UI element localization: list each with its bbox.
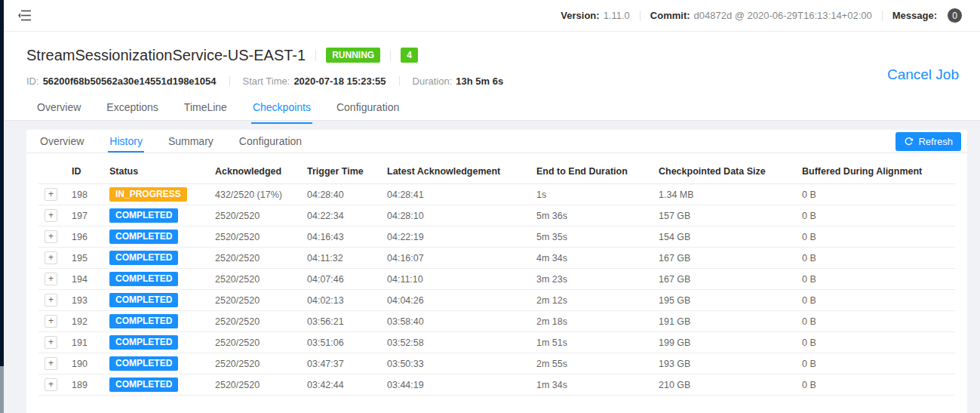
checkpoints-tabs: Overview History Summary Configuration R… [26,130,967,153]
divider [399,76,400,86]
tab-exceptions[interactable]: Exceptions [105,92,159,124]
cell-buffered-during-alignment: 0 B [796,290,955,311]
cell-buffered-during-alignment: 0 B [796,269,955,290]
job-info-row: ID: 56200f68b50562a30e14551d198e1054 Sta… [26,74,957,88]
version-label: Version: [561,10,599,21]
expand-row-button[interactable]: + [45,336,57,349]
table-row: + 192 COMPLETED 2520/2520 03:56:21 03:58… [38,311,955,332]
tab-configuration[interactable]: Configuration [335,92,401,124]
cell-checkpointed-data-size: 193 GB [653,353,796,374]
cell-latest-acknowledgement: 04:11:10 [381,269,530,290]
col-trigger-time: Trigger Time [301,159,381,184]
cell-latest-acknowledgement: 04:16:07 [381,248,530,269]
job-header-panel: StreamSessionizationService-US-EAST-1 RU… [4,32,980,121]
col-expand [38,159,66,184]
subtab-summary[interactable]: Summary [167,130,215,153]
cell-trigger-time: 03:42:44 [301,374,381,396]
tab-timeline[interactable]: TimeLine [183,92,229,124]
message-count-badge[interactable]: 0 [948,8,962,23]
cell-buffered-during-alignment: 0 B [796,227,955,248]
status-badge: COMPLETED [109,356,178,371]
col-checkpointed-data-size: Checkpointed Data Size [653,159,796,184]
cell-end-to-end-duration: 1m 34s [530,374,653,396]
expand-row-button[interactable]: + [45,209,57,222]
cell-acknowledged: 2520/2520 [209,290,301,311]
cell-id: 191 [66,332,103,353]
status-badge: IN_PROGRESS [109,187,187,202]
checkpoint-rows: + 198 IN_PROGRESS 432/2520 (17%) 04:28:4… [38,184,955,396]
cell-acknowledged: 2520/2520 [209,227,301,248]
checkpoints-card: Overview History Summary Configuration R… [26,130,967,413]
expand-row-button[interactable]: + [45,315,57,328]
expand-row-button[interactable]: + [45,294,57,307]
expand-row-button[interactable]: + [45,230,57,243]
cell-acknowledged: 2520/2520 [209,269,301,290]
cell-end-to-end-duration: 5m 35s [530,227,653,248]
content-area: Overview History Summary Configuration R… [4,121,980,413]
cell-id: 189 [66,374,103,396]
cell-latest-acknowledgement: 03:58:40 [381,311,530,332]
cell-buffered-during-alignment: 0 B [796,353,955,374]
divider [640,11,641,21]
cell-end-to-end-duration: 5m 36s [530,205,653,227]
build-info: Version: 1.11.0 Commit: d04872d @ 2020-0… [561,8,962,23]
cell-checkpointed-data-size: 167 GB [653,248,796,269]
cell-trigger-time: 04:22:34 [301,205,381,227]
status-badge: COMPLETED [109,314,178,328]
sidebar-scroll-thumb [0,366,4,413]
status-badge: COMPLETED [109,208,178,223]
duration-label: Duration: [413,76,453,87]
version-value: 1.11.0 [604,10,630,21]
checkpoint-history-table: ID Status Acknowledged Trigger Time Late… [38,159,955,396]
cell-latest-acknowledgement: 03:44:19 [381,374,530,396]
cell-buffered-during-alignment: 0 B [796,205,955,227]
cell-trigger-time: 04:16:43 [301,227,381,248]
main-area: Version: 1.11.0 Commit: d04872d @ 2020-0… [4,0,980,413]
cell-trigger-time: 03:56:21 [301,311,381,332]
message-label: Message: [892,10,937,21]
expand-row-button[interactable]: + [45,251,57,264]
table-row: + 198 IN_PROGRESS 432/2520 (17%) 04:28:4… [38,184,955,205]
expand-row-button[interactable]: + [45,188,57,201]
refresh-button[interactable]: Refresh [896,132,961,151]
cell-trigger-time: 04:07:46 [301,269,381,290]
cell-buffered-during-alignment: 0 B [796,332,955,353]
expand-row-button[interactable]: + [45,273,57,285]
job-id-value: 56200f68b50562a30e14551d198e1054 [43,76,217,87]
job-title: StreamSessionizationService-US-EAST-1 [26,47,306,64]
subtab-overview[interactable]: Overview [38,130,85,153]
cell-checkpointed-data-size: 1.34 MB [653,184,796,205]
cell-id: 192 [66,311,103,332]
table-row: + 193 COMPLETED 2520/2520 04:02:13 04:04… [38,290,955,311]
expand-row-button[interactable]: + [45,357,57,370]
col-status: Status [103,159,209,184]
cell-end-to-end-duration: 4m 34s [530,248,653,269]
cell-acknowledged: 2520/2520 [209,374,301,396]
cell-checkpointed-data-size: 167 GB [653,269,796,290]
cell-buffered-during-alignment: 0 B [796,374,955,396]
divider [315,50,316,61]
cell-trigger-time: 04:28:40 [301,184,381,205]
menu-fold-icon[interactable] [18,10,31,21]
start-time-label: Start Time: [243,76,290,87]
table-row: + 194 COMPLETED 2520/2520 04:07:46 04:11… [38,269,955,290]
tab-overview[interactable]: Overview [35,92,82,124]
cell-latest-acknowledgement: 03:50:33 [381,353,530,374]
job-tabs: Overview Exceptions TimeLine Checkpoints… [26,92,957,124]
cell-id: 195 [66,248,103,269]
expand-row-button[interactable]: + [45,378,57,391]
cell-id: 197 [66,205,103,227]
status-badge: COMPLETED [109,230,178,244]
subtab-history[interactable]: History [108,130,144,153]
tab-checkpoints[interactable]: Checkpoints [251,92,312,124]
cell-acknowledged: 2520/2520 [209,205,301,227]
history-table-wrap: ID Status Acknowledged Trigger Time Late… [26,153,967,396]
cell-acknowledged: 2520/2520 [209,332,301,353]
subtab-configuration[interactable]: Configuration [238,130,303,153]
top-bar: Version: 1.11.0 Commit: d04872d @ 2020-0… [4,0,980,32]
col-acknowledged: Acknowledged [209,159,301,184]
cancel-job-link[interactable]: Cancel Job [887,66,959,83]
cell-latest-acknowledgement: 04:28:10 [381,205,530,227]
cell-end-to-end-duration: 2m 18s [530,311,653,332]
sync-icon [904,137,914,146]
